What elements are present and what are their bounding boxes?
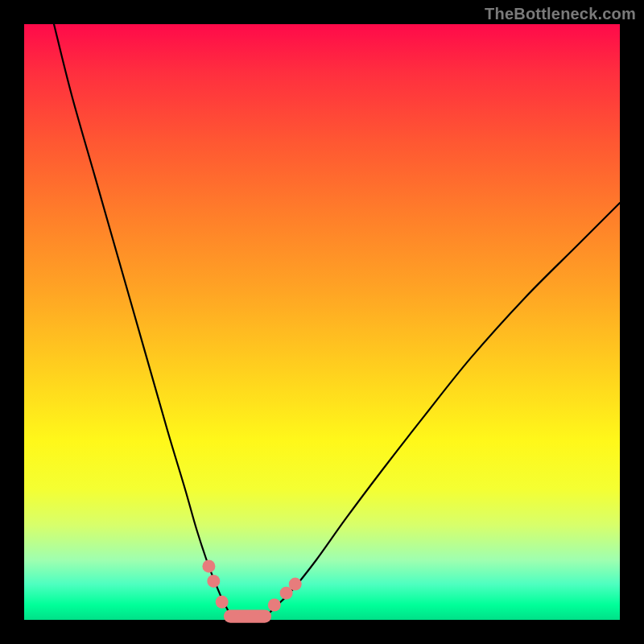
markers-right-group: [268, 578, 302, 612]
curve-left-branch: [54, 24, 233, 620]
watermark-text: TheBottleneck.com: [485, 5, 636, 23]
data-marker: [202, 559, 215, 572]
data-marker: [216, 596, 229, 609]
markers-left-group: [202, 559, 228, 608]
chart-svg: [24, 24, 620, 620]
data-marker: [289, 578, 302, 591]
valley-bottom-bar: [224, 609, 271, 622]
data-marker: [268, 599, 281, 612]
plot-area: [24, 24, 620, 620]
data-marker: [207, 575, 220, 588]
chart-frame: TheBottleneck.com: [0, 0, 644, 644]
curve-right-branch: [262, 203, 620, 620]
